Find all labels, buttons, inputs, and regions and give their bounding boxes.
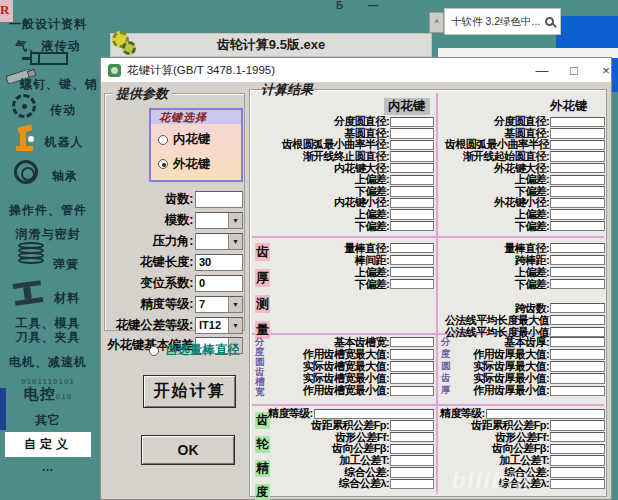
result-field[interactable] [390, 163, 434, 174]
result-field[interactable] [390, 455, 434, 466]
result-field[interactable] [390, 267, 434, 278]
chevron-down-icon[interactable]: ▼ [228, 318, 242, 333]
spline-length-input[interactable] [195, 254, 243, 271]
radio-external-spline[interactable]: 外花键 [158, 156, 241, 173]
result-field[interactable] [390, 255, 434, 266]
search-icon[interactable] [545, 17, 554, 26]
result-field[interactable] [390, 373, 434, 384]
result-field[interactable] [550, 432, 605, 443]
sidebar-item-custom[interactable]: 自定义 [5, 432, 91, 457]
result-field[interactable] [550, 267, 605, 278]
minimize-button[interactable]: — [527, 58, 557, 82]
result-field[interactable] [390, 444, 434, 455]
result-field[interactable] [550, 479, 605, 490]
search-input[interactable]: 十软件 3.2绿色中... [451, 15, 541, 29]
spline-length-field[interactable] [199, 255, 242, 270]
result-field[interactable] [550, 349, 605, 360]
result-field[interactable] [390, 186, 434, 197]
result-field[interactable] [550, 420, 605, 431]
sidebar-item-tools[interactable]: 工具、模具 刀具、夹具 [0, 316, 96, 344]
result-field[interactable] [550, 315, 605, 326]
internal-spline-header: 内花键 [384, 98, 430, 115]
result-field[interactable] [550, 140, 605, 151]
result-field[interactable] [550, 444, 605, 455]
pressure-angle-select[interactable]: ▼ [195, 233, 243, 250]
result-field[interactable] [550, 303, 605, 314]
sidebar-item-lubrication[interactable]: 润滑与密封 [0, 226, 96, 243]
module-select[interactable]: ▼ [195, 212, 243, 229]
result-field[interactable] [550, 198, 605, 209]
result-field[interactable] [550, 386, 605, 397]
radio-internal-spline[interactable]: 内花键 [158, 131, 241, 148]
radio-icon-selected[interactable] [158, 159, 168, 169]
collapse-button[interactable]: ^ [429, 12, 444, 33]
result-field[interactable] [390, 175, 434, 186]
result-field[interactable] [550, 163, 605, 174]
result-field[interactable] [390, 386, 434, 397]
ok-button[interactable]: OK [141, 435, 235, 465]
maximize-button[interactable]: □ [559, 58, 589, 82]
sidebar-item-spring[interactable]: 弹簧 [36, 256, 96, 273]
result-field[interactable] [550, 255, 605, 266]
close-button[interactable]: × [591, 58, 618, 82]
sidebar-item-other[interactable]: 其它 [0, 412, 96, 429]
result-field[interactable] [390, 420, 434, 431]
teeth-count-field[interactable] [199, 192, 242, 207]
result-field[interactable] [550, 186, 605, 197]
result-field[interactable] [550, 455, 605, 466]
result-field[interactable] [390, 467, 434, 478]
param-label: 精度等级: [140, 296, 193, 313]
result-field[interactable] [390, 337, 434, 348]
result-field[interactable] [550, 209, 605, 220]
shift-coeff-input[interactable] [195, 275, 243, 292]
internal-measure-section: 量棒直径:棒间距:上偏差:下偏差: [268, 242, 434, 290]
radio-custom-pin-diameter[interactable]: 自选量棒直径 [149, 342, 240, 359]
result-field[interactable] [390, 140, 434, 151]
result-field[interactable] [390, 432, 434, 443]
sidebar-item-general-design[interactable]: 一般设计资料 [0, 16, 96, 33]
result-field[interactable] [390, 361, 434, 372]
teeth-count-input[interactable] [195, 191, 243, 208]
result-field[interactable] [390, 128, 434, 139]
result-field[interactable] [390, 221, 434, 232]
result-field[interactable] [390, 479, 434, 490]
result-field[interactable] [390, 151, 434, 162]
sidebar-item-motor[interactable]: 电机、减速机 [0, 354, 96, 371]
chevron-down-icon[interactable]: ▼ [228, 297, 242, 312]
result-field[interactable] [390, 117, 434, 128]
start-calc-button[interactable]: 开始计算 [143, 375, 236, 408]
result-field[interactable] [550, 337, 605, 348]
sidebar-item-material[interactable]: 材料 [38, 290, 96, 307]
sidebar-item-more[interactable]: … [0, 460, 96, 474]
result-field[interactable] [390, 198, 434, 209]
sidebar-item-robot[interactable]: 机器人 [32, 134, 96, 151]
result-field[interactable] [550, 221, 605, 232]
sidebar-item-bearing[interactable]: 轴承 [34, 168, 96, 185]
result-field[interactable] [390, 349, 434, 360]
shift-coeff-field[interactable] [199, 276, 242, 291]
sidebar-item-transmission[interactable]: 传动 [30, 102, 96, 119]
result-field[interactable] [550, 175, 605, 186]
exe-title-bar[interactable]: 齿轮计算9.5版.exe [110, 33, 432, 57]
result-field[interactable] [550, 279, 605, 290]
result-field[interactable] [550, 117, 605, 128]
chevron-down-icon[interactable]: ▼ [228, 234, 242, 249]
result-field[interactable] [550, 373, 605, 384]
result-field[interactable] [550, 128, 605, 139]
sidebar-item-fasteners[interactable]: 螺钉、键、销 [20, 76, 96, 93]
chevron-down-icon[interactable]: ▼ [228, 213, 242, 228]
radio-icon[interactable] [149, 346, 159, 356]
result-field[interactable] [550, 467, 605, 478]
sidebar-item-electric-control[interactable]: 0101110101 电控010 [0, 378, 96, 404]
radio-icon[interactable] [158, 135, 168, 145]
result-field[interactable] [390, 209, 434, 220]
result-field[interactable] [550, 361, 605, 372]
result-field[interactable] [390, 243, 434, 254]
result-field[interactable] [550, 243, 605, 254]
search-box[interactable]: 十软件 3.2绿色中... [444, 8, 561, 35]
result-field[interactable] [550, 151, 605, 162]
accuracy-select[interactable]: 7▼ [195, 296, 243, 313]
sidebar-item-operating-parts[interactable]: 操作件、管件 [0, 202, 96, 219]
tolerance-grade-select[interactable]: IT12▼ [195, 317, 243, 334]
result-field[interactable] [390, 279, 434, 290]
